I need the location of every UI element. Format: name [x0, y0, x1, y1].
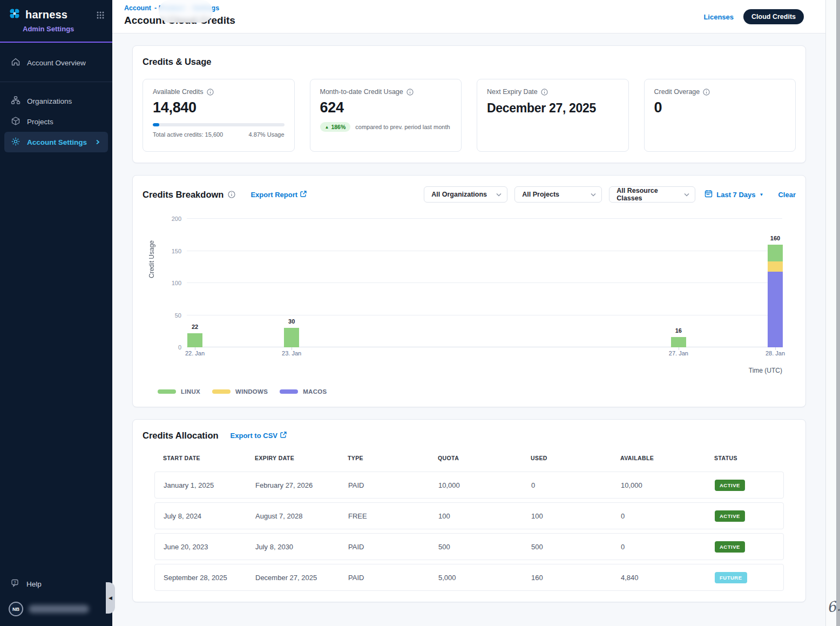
- calendar-icon: [704, 190, 713, 199]
- help-chat-icon: ?: [11, 578, 21, 590]
- info-icon[interactable]: [207, 89, 214, 96]
- info-icon[interactable]: [541, 89, 548, 96]
- x-tick-mark: [292, 347, 292, 350]
- table-row[interactable]: July 8, 2024August 7, 2028FREE1001000ACT…: [154, 502, 784, 529]
- table-cell: 0: [621, 512, 715, 520]
- stat-label: Available Credits: [153, 88, 204, 96]
- sidebar-item-label: Organizations: [27, 97, 72, 105]
- delta-badge: ▲186%: [320, 122, 351, 132]
- column-header: QUOTA: [438, 455, 531, 461]
- sidebar-item-account-settings[interactable]: Account Settings: [4, 132, 108, 152]
- table-cell-status: ACTIVE: [715, 480, 783, 491]
- sidebar-divider: [0, 82, 112, 82]
- cube-icon: [11, 116, 21, 127]
- credit-overage-value: 0: [654, 99, 786, 116]
- table-cell: 100: [531, 512, 621, 520]
- y-tick-label: 200: [164, 216, 181, 222]
- legend-item: LINUX: [158, 388, 200, 395]
- chart-bar[interactable]: [768, 245, 783, 347]
- gridline: [187, 251, 782, 251]
- chart-bar[interactable]: [284, 328, 299, 347]
- bar-total-label: 160: [759, 235, 791, 241]
- delta-note: compared to prev. period last month: [355, 124, 450, 130]
- column-header: START DATE: [163, 455, 255, 461]
- usage-percent: 4.87% Usage: [248, 131, 284, 138]
- chart-legend: LINUXWINDOWSMACOS: [158, 388, 796, 395]
- chart-plot: Credit Usage 050100150200223016160: [187, 219, 782, 347]
- app-grid-icon[interactable]: [96, 11, 105, 22]
- status-badge: ACTIVE: [715, 510, 745, 522]
- sidebar-item-label: Account Overview: [27, 59, 86, 67]
- credits-breakdown-heading: Credits Breakdown: [143, 190, 223, 200]
- clear-filters-link[interactable]: Clear: [778, 191, 796, 199]
- info-icon[interactable]: [228, 191, 235, 198]
- export-report-link[interactable]: Export Report: [250, 191, 307, 199]
- table-cell: 10,000: [438, 481, 531, 489]
- table-row[interactable]: June 20, 2023July 8, 2030PAID5005000ACTI…: [154, 533, 784, 560]
- user-profile[interactable]: NB: [0, 595, 112, 618]
- export-csv-link[interactable]: Export to CSV: [231, 432, 287, 440]
- page-scrollbar[interactable]: [825, 0, 840, 626]
- sidebar-item-organizations[interactable]: Organizations: [0, 91, 112, 111]
- date-range-picker[interactable]: Last 7 Days ▼: [704, 190, 763, 199]
- licenses-link[interactable]: Licenses: [703, 13, 734, 21]
- column-header: AVAILABLE: [620, 455, 714, 461]
- cloud-credits-button[interactable]: Cloud Credits: [743, 9, 804, 24]
- main-area: Account - Product › Settings Account Clo…: [112, 0, 825, 626]
- table-row[interactable]: January 1, 2025February 27, 2026PAID10,0…: [154, 472, 784, 499]
- mtd-usage-card: Month-to-date Credit Usage 624 ▲186% com…: [310, 79, 462, 152]
- breadcrumb-account[interactable]: Account: [124, 4, 151, 12]
- x-tick-label: 22. Jan: [173, 350, 216, 356]
- gridline: [187, 282, 782, 283]
- help-button[interactable]: ? Help: [0, 573, 112, 595]
- sidebar-header: harness Admin Settings: [0, 0, 112, 43]
- legend-label: LINUX: [181, 388, 200, 395]
- help-label: Help: [26, 580, 42, 588]
- x-tick-mark: [775, 347, 776, 350]
- info-icon[interactable]: [407, 89, 414, 96]
- usage-progress-bar: [153, 123, 284, 126]
- mtd-usage-value: 624: [320, 99, 452, 116]
- sidebar-item-label: Account Settings: [27, 138, 87, 146]
- table-cell: PAID: [348, 574, 438, 582]
- handwritten-annotation: 6.: [826, 597, 840, 615]
- table-cell: December 27, 2025: [255, 574, 348, 582]
- table-cell: July 8, 2030: [255, 543, 348, 551]
- bar-total-label: 22: [179, 324, 211, 330]
- chart-bar[interactable]: [671, 337, 686, 347]
- sidebar-item-account-overview[interactable]: Account Overview: [0, 52, 112, 73]
- sidebar-item-projects[interactable]: Projects: [0, 111, 112, 132]
- column-header: STATUS: [714, 455, 784, 461]
- table-header-row: START DATEEXPIRY DATETYPEQUOTAUSEDAVAILA…: [154, 455, 784, 468]
- sidebar-item-label: Projects: [27, 118, 53, 126]
- chevron-right-icon: [95, 138, 100, 146]
- avatar[interactable]: NB: [9, 602, 23, 616]
- organizations-filter[interactable]: All Organizations: [424, 186, 507, 203]
- resource-classes-filter[interactable]: All Resource Classes: [609, 186, 695, 203]
- legend-label: MACOS: [303, 388, 327, 395]
- info-icon[interactable]: [703, 89, 710, 96]
- chart-y-axis-label: Credit Usage: [148, 219, 155, 278]
- table-cell: FREE: [348, 512, 438, 520]
- chart-bar[interactable]: [187, 333, 202, 347]
- table-cell: 100: [438, 512, 531, 520]
- x-tick-label: 27. Jan: [657, 350, 700, 356]
- sidebar-collapse-handle[interactable]: ◀: [106, 582, 115, 614]
- table-cell: February 27, 2026: [255, 481, 348, 489]
- x-tick-mark: [679, 347, 679, 350]
- bar-segment-linux: [187, 333, 202, 347]
- y-tick-label: 150: [164, 248, 181, 254]
- sidebar: harness Admin Settings Account Overview …: [0, 0, 112, 626]
- table-row[interactable]: September 28, 2025December 27, 2025PAID5…: [154, 564, 784, 591]
- x-tick-mark: [195, 347, 195, 350]
- table-cell: 5,000: [438, 574, 531, 582]
- external-link-icon: [300, 191, 307, 199]
- x-tick-label: 23. Jan: [270, 350, 313, 356]
- scrollbar-thumb[interactable]: [836, 0, 840, 626]
- credits-usage-panel: Credits & Usage Available Credits 14,840…: [132, 45, 806, 163]
- table-cell: 4,840: [621, 574, 715, 582]
- projects-filter[interactable]: All Projects: [514, 186, 602, 203]
- column-header: USED: [531, 455, 620, 461]
- dropdown-triangle-icon: ▼: [760, 192, 764, 197]
- x-tick-label: 28. Jan: [754, 350, 797, 356]
